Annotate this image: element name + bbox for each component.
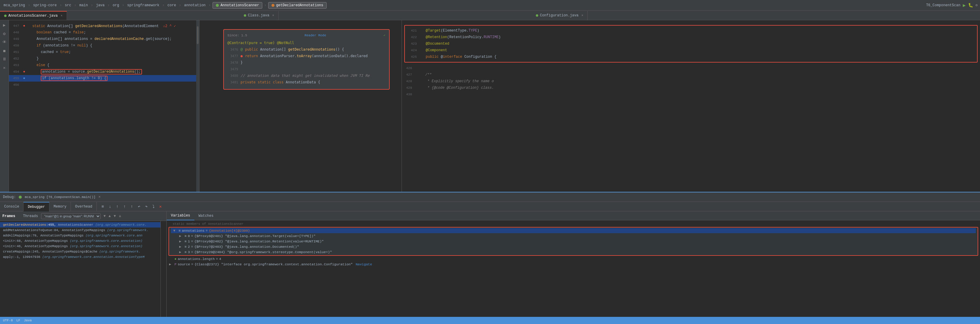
var-expand-1[interactable]: ▶ [179,239,183,243]
var-item-0[interactable]: ▶ ≡ 0 = {$Proxy8@2401} "@java.lang.annot… [177,233,976,239]
status-encoding[interactable]: UTF-8 [3,319,13,322]
breakpoint-455[interactable]: ● [23,76,25,80]
breakpoint-447[interactable]: ● [23,24,25,28]
debug-toolbar-icons: ≡ ↓ ↑ ↑ ↑ ↶ ↷ ⤵ ✕ [100,203,163,210]
tab-configuration[interactable]: Configuration.java × [532,11,588,20]
var-icon-1: ≡ [185,239,187,243]
thread-filter-icon[interactable]: ▼ [103,214,106,218]
debug-session-close[interactable]: × [99,195,100,199]
breadcrumb-springframework[interactable]: springframework [126,3,161,8]
frame-item-2[interactable]: addAllMappings:79, AnnotationTypeMapping… [0,233,161,238]
breakpoint-454[interactable]: ● [23,70,25,74]
var-item-source[interactable]: ▶ P source = {Class@2372} "interface org… [167,262,980,267]
tab-icon-config [536,14,538,17]
code-line-450: 450 if (annotations != null) { [9,42,199,49]
right-line-428: 428 * Explicitly specify the name o [402,78,980,85]
frames-list[interactable]: getDeclaredAnnotations:455, AnnotationsS… [0,221,161,317]
debug-toolbar-stop[interactable]: ✕ [158,203,163,210]
tab-annotations-scanner[interactable]: AnnotationsScanner.java × [0,11,67,20]
gutter-icon-3[interactable]: 👁 [2,40,6,45]
breadcrumb-tab-get-declared[interactable]: getDeclaredAnnotations [268,2,326,9]
var-annotations-group[interactable]: ▼ ≡ annotations = {Annotation[4]@2399} ▶… [169,227,978,256]
frame-item-1[interactable]: addMetaAnnotationsToQueue:84, Annotation… [0,228,161,233]
breadcrumb-org[interactable]: org [111,3,120,8]
breadcrumb-annotation[interactable]: annotation [183,3,207,8]
var-expand-2[interactable]: ▶ [179,244,183,249]
tab-close-class[interactable]: × [272,14,274,17]
right-line-430: 430 [402,91,980,98]
var-item-2[interactable]: ▶ ≡ 2 = {$Proxy7@2403} "@java.lang.annot… [177,244,976,249]
tab-icon-green [4,14,6,17]
breadcrumb-tab-annotations-scanner[interactable]: AnnotationsScanner [213,2,262,9]
variable-list[interactable]: static members of AnnotationsScanner ▼ ≡… [167,220,980,317]
right-line-424: 424 @Component [407,47,975,54]
reader-mode-button[interactable]: Reader Mode [305,34,326,37]
breadcrumb-main[interactable]: main [78,3,89,8]
tab-label-config: Configuration.java [540,13,579,18]
var-icon-source: P [175,262,177,266]
var-item-3[interactable]: ▶ ≡ 3 = {$Proxy20@2404} "@org.springfram… [177,249,976,255]
frame-item-3[interactable]: <init>:68, AnnotationTypeMappings (org.s… [0,238,161,244]
thread-down-icon[interactable]: ▼ [114,214,116,218]
more-actions-icon[interactable]: ⚙ [975,3,978,8]
navigate-link[interactable]: Navigate [356,262,372,266]
breadcrumb-mca-spring[interactable]: mca_spring [2,3,26,8]
var-expand-0[interactable]: ▶ [179,234,183,238]
checkmark-icon[interactable]: ✓ [383,34,385,37]
status-language[interactable]: Java [24,319,32,322]
tab-class-java[interactable]: Class.java × [240,11,278,20]
debug-toolbar-up2[interactable]: ↑ [122,204,127,210]
var-tab-variables[interactable]: Variables [167,211,194,220]
debug-tab-overhead[interactable]: Overhead [71,202,97,211]
threads-tab[interactable]: Threads [23,214,38,218]
var-expand-3[interactable]: ▶ [179,250,183,254]
gutter-icon-6[interactable]: ✕ [3,65,5,70]
var-item-1[interactable]: ▶ ≡ 1 = {$Proxy0@2402} "@java.lang.annot… [177,239,976,244]
thread-up-icon[interactable]: ▲ [109,214,111,218]
file-tabs-row: AnnotationsScanner.java × Class.java × C… [0,11,980,20]
breadcrumb-core[interactable]: core [166,3,177,8]
debug-button[interactable]: 🐛 [968,3,973,8]
static-members-label: static members of AnnotationsScanner [167,222,980,226]
debug-toolbar-step[interactable]: ⤵ [151,204,156,210]
frame-item-5[interactable]: createMappings:245, AnnotationTypeMappin… [0,249,161,254]
debug-toolbar-back[interactable]: ↶ [137,203,142,210]
frame-item-6[interactable]: apply:-1, 139947936 (org.springframework… [0,254,161,260]
gutter-icon-5[interactable]: ⏸ [2,57,6,62]
tab-close-scanner[interactable]: × [61,14,62,18]
var-item-annotations[interactable]: ▼ ≡ annotations = {Annotation[4]@2399} [171,228,976,233]
thread-export-icon[interactable]: ⇊ [119,214,121,218]
frame-item-0[interactable]: getDeclaredAnnotations:455, AnnotationsS… [0,222,161,228]
breadcrumb-spring-core[interactable]: spring-core [32,3,58,8]
var-expand-source[interactable]: ▶ [169,262,173,266]
frames-tab[interactable]: Frames [2,214,15,218]
right-line-423: 423 @Documented [407,40,975,47]
debug-toolbar-down[interactable]: ↓ [107,204,112,210]
breadcrumb-src[interactable]: src [64,3,73,8]
debug-main-area: Frames Threads "main"@1 in group "main":… [0,211,980,317]
gutter-icon-4[interactable]: ◼ [3,48,5,53]
var-expand-annotations[interactable]: ▼ [173,229,177,233]
var-icon-annotations: ≡ [179,229,181,233]
var-item-length[interactable]: ● annotations.length = 4 [167,256,980,262]
frame-item-4[interactable]: <init>:46, AnnotationTypeMappings (org.s… [0,244,161,249]
var-tab-watches[interactable]: Watches [194,211,218,220]
left-code-lines: 447 ● static Annotation[] getDeclaredAnn… [9,20,199,91]
gutter-icon-1[interactable]: ▶ [3,22,5,28]
run-button[interactable]: ▶ [963,2,966,8]
debug-tab-memory[interactable]: Memory [49,202,71,211]
debug-toolbar-up3[interactable]: ↑ [129,204,134,210]
debug-toolbar-fwd[interactable]: ↷ [144,203,148,210]
debug-tab-debugger[interactable]: Debugger [24,202,49,211]
thread-selector[interactable]: "main"@1 in group "main": RUNNING [41,213,100,219]
code-line-455: 455 ● if (annotations.length != 0) { [9,75,199,81]
debug-toolbar-up[interactable]: ↑ [115,204,120,210]
breadcrumb-java[interactable]: java [95,3,106,8]
gutter-icon-2[interactable]: ⚙ [3,31,5,36]
tab-close-config[interactable]: × [581,14,583,17]
debug-toolbar-menu[interactable]: ≡ [100,204,105,210]
debug-tab-console[interactable]: Console [0,202,24,211]
status-line-ending[interactable]: LF [16,319,20,322]
left-scroll-thumb[interactable] [197,26,199,44]
top-right-controls: T6_ComponentScan ▶ 🐛 ⚙ [926,2,978,8]
